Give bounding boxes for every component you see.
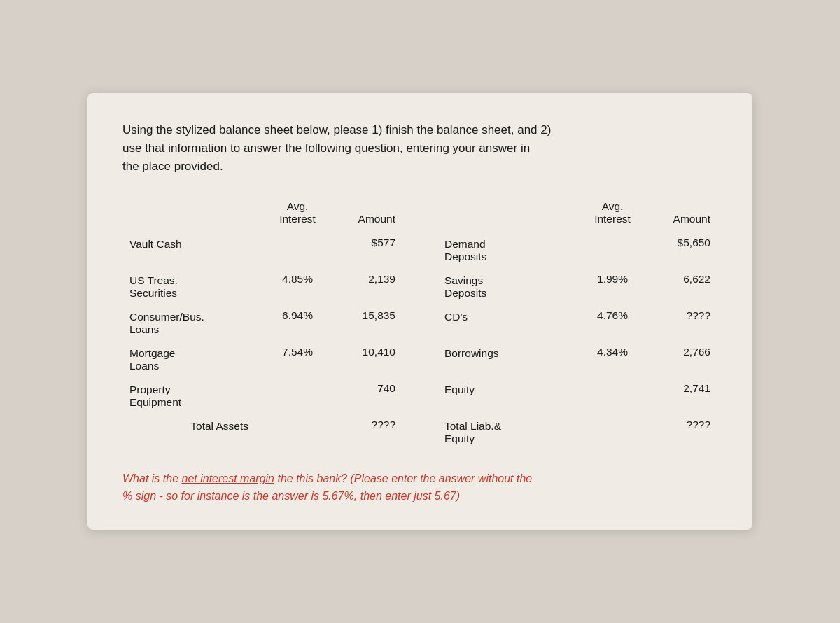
amount-right-4: 2,741 (648, 378, 718, 414)
table-row: US Treas.Securities4.85%2,139SavingsDepo… (122, 269, 718, 305)
avg-int-right-2: 4.76% (578, 305, 648, 342)
amount-right-5: ???? (648, 414, 718, 451)
asset-label-5: Total Assets (122, 414, 262, 451)
asset-label-0: Vault Cash (122, 232, 262, 269)
avg-int-right-1: 1.99% (578, 269, 648, 305)
col-header-liability-label (438, 196, 578, 232)
spacer-5 (402, 414, 438, 451)
liability-label-4: Equity (438, 378, 578, 414)
amount-left-4: 740 (332, 378, 402, 414)
instructions: Using the stylized balance sheet below, … (122, 121, 718, 176)
liability-label-0: DemandDeposits (438, 232, 578, 269)
avg-int-right-5 (578, 414, 648, 451)
asset-label-4: PropertyEquipment (122, 378, 262, 414)
table-row: Total Assets????Total Liab.&Equity???? (122, 414, 718, 451)
spacer-0 (402, 232, 438, 269)
avg-int-left-2: 6.94% (262, 305, 332, 342)
avg-int-right-4 (578, 378, 648, 414)
avg-int-left-0 (262, 232, 332, 269)
col-header-amount-right: Amount (648, 196, 718, 232)
liability-label-3: Borrowings (438, 342, 578, 378)
table-row: Consumer/Bus.Loans6.94%15,835CD's4.76%??… (122, 305, 718, 342)
spacer-2 (402, 305, 438, 342)
spacer-3 (402, 342, 438, 378)
amount-left-2: 15,835 (332, 305, 402, 342)
liability-label-2: CD's (438, 305, 578, 342)
question-text-before: What is the (122, 472, 181, 484)
question: What is the net interest margin the this… (122, 470, 718, 505)
table-row: MortgageLoans7.54%10,410Borrowings4.34%2… (122, 342, 718, 378)
table-row: PropertyEquipment740Equity2,741 (122, 378, 718, 414)
amount-right-1: 6,622 (648, 269, 718, 305)
instructions-line2: use that information to answer the follo… (122, 141, 530, 155)
amount-right-0: $5,650 (648, 232, 718, 269)
avg-int-right-0 (578, 232, 648, 269)
liability-label-5: Total Liab.&Equity (438, 414, 578, 451)
instructions-line1: Using the stylized balance sheet below, … (122, 123, 551, 136)
amount-left-3: 10,410 (332, 342, 402, 378)
avg-int-left-5 (262, 414, 332, 451)
col-header-spacer (402, 196, 438, 232)
table-row: Vault Cash$577DemandDeposits$5,650 (122, 232, 718, 269)
col-header-asset-label (122, 196, 262, 232)
amount-right-3: 2,766 (648, 342, 718, 378)
asset-label-3: MortgageLoans (122, 342, 262, 378)
table-header-row: Avg.Interest Amount Avg.Interest Amount (122, 196, 718, 232)
instructions-line3: the place provided. (122, 160, 223, 173)
asset-label-2: Consumer/Bus.Loans (122, 305, 262, 342)
avg-int-right-3: 4.34% (578, 342, 648, 378)
col-header-amount-left: Amount (332, 196, 402, 232)
col-header-avg-interest-left: Avg.Interest (262, 196, 332, 232)
col-header-avg-interest-right: Avg.Interest (578, 196, 648, 232)
liability-label-1: SavingsDeposits (438, 269, 578, 305)
net-interest-margin-label: net interest margin (181, 472, 274, 484)
spacer-4 (402, 378, 438, 414)
amount-left-0: $577 (332, 232, 402, 269)
avg-int-left-4 (262, 378, 332, 414)
amount-right-2: ???? (648, 305, 718, 342)
asset-label-1: US Treas.Securities (122, 269, 262, 305)
balance-sheet-table: Avg.Interest Amount Avg.Interest Amount … (122, 196, 718, 451)
avg-int-left-1: 4.85% (262, 269, 332, 305)
amount-left-5: ???? (332, 414, 402, 451)
amount-left-1: 2,139 (332, 269, 402, 305)
avg-int-left-3: 7.54% (262, 342, 332, 378)
main-card: Using the stylized balance sheet below, … (88, 93, 752, 531)
spacer-1 (402, 269, 438, 305)
